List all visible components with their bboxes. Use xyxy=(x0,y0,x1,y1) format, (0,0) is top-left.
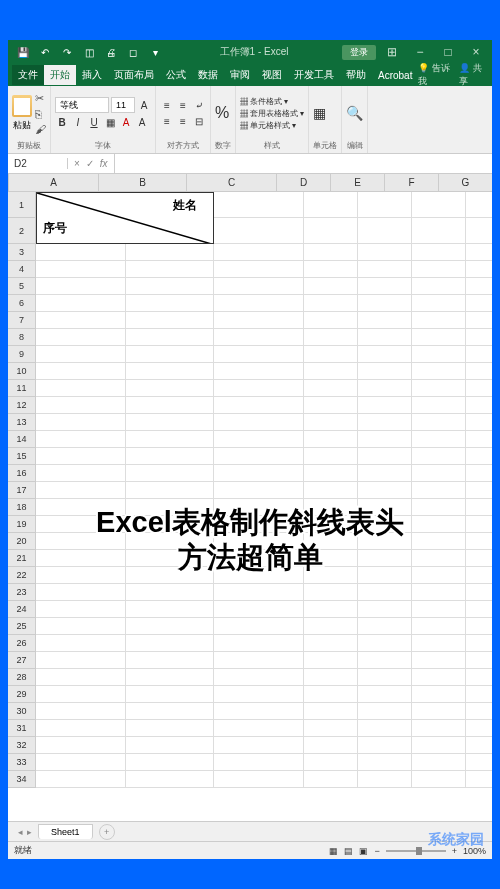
fx-icon[interactable]: fx xyxy=(100,158,108,169)
row-header[interactable]: 21 xyxy=(8,550,36,567)
row-header[interactable]: 15 xyxy=(8,448,36,465)
undo-icon[interactable]: ↶ xyxy=(38,45,52,59)
row-header[interactable]: 10 xyxy=(8,363,36,380)
cut-icon[interactable]: ✂ xyxy=(35,92,46,105)
row-header[interactable]: 20 xyxy=(8,533,36,550)
row-header[interactable]: 31 xyxy=(8,720,36,737)
view-normal-icon[interactable]: ▦ xyxy=(329,846,338,856)
paste-button[interactable]: 粘贴 xyxy=(12,95,32,132)
row-header[interactable]: 24 xyxy=(8,601,36,618)
row-header[interactable]: 12 xyxy=(8,397,36,414)
merge-icon[interactable]: ⊟ xyxy=(192,114,206,128)
col-header-D[interactable]: D xyxy=(277,174,331,191)
row-header[interactable]: 25 xyxy=(8,618,36,635)
menu-view[interactable]: 视图 xyxy=(256,65,288,85)
save-icon[interactable]: 💾 xyxy=(16,45,30,59)
align-top-icon[interactable]: ≡ xyxy=(160,98,174,112)
redo-icon[interactable]: ↷ xyxy=(60,45,74,59)
row-header[interactable]: 19 xyxy=(8,516,36,533)
row-header[interactable]: 23 xyxy=(8,584,36,601)
menu-formulas[interactable]: 公式 xyxy=(160,65,192,85)
align-center-icon[interactable]: ≡ xyxy=(176,114,190,128)
row-header[interactable]: 34 xyxy=(8,771,36,788)
row-header[interactable]: 4 xyxy=(8,261,36,278)
border-button[interactable]: ▦ xyxy=(103,115,117,129)
zoom-out-icon[interactable]: − xyxy=(374,846,379,856)
tab-nav-first-icon[interactable]: ◂ xyxy=(18,827,23,837)
font-size-combo[interactable]: 11 xyxy=(111,97,135,113)
cells-area[interactable]: 姓名 序号 xyxy=(36,192,492,788)
row-header[interactable]: 18 xyxy=(8,499,36,516)
minimize-icon[interactable]: − xyxy=(408,45,432,60)
cancel-formula-icon[interactable]: × xyxy=(74,158,80,169)
sheet-tab[interactable]: Sheet1 xyxy=(38,824,93,839)
col-header-B[interactable]: B xyxy=(99,174,187,191)
row-header[interactable]: 2 xyxy=(8,218,36,244)
row-header[interactable]: 32 xyxy=(8,737,36,754)
conditional-format-button[interactable]: ▦ 条件格式 ▾ xyxy=(240,96,304,107)
col-header-C[interactable]: C xyxy=(187,174,277,191)
row-header[interactable]: 14 xyxy=(8,431,36,448)
format-painter-icon[interactable]: 🖌 xyxy=(35,123,46,135)
menu-data[interactable]: 数据 xyxy=(192,65,224,85)
table-format-button[interactable]: ▦ 套用表格格式 ▾ xyxy=(240,108,304,119)
col-header-F[interactable]: F xyxy=(385,174,439,191)
align-mid-icon[interactable]: ≡ xyxy=(176,98,190,112)
row-header[interactable]: 3 xyxy=(8,244,36,261)
login-button[interactable]: 登录 xyxy=(342,45,376,60)
row-header[interactable]: 26 xyxy=(8,635,36,652)
menu-insert[interactable]: 插入 xyxy=(76,65,108,85)
bold-button[interactable]: B xyxy=(55,115,69,129)
qat-icon-2[interactable]: 🖨 xyxy=(104,45,118,59)
qat-icon-3[interactable]: ◻ xyxy=(126,45,140,59)
diagonal-header-cell[interactable]: 姓名 序号 xyxy=(36,192,214,244)
col-header-A[interactable]: A xyxy=(9,174,99,191)
menu-review[interactable]: 审阅 xyxy=(224,65,256,85)
menu-layout[interactable]: 页面布局 xyxy=(108,65,160,85)
row-header[interactable]: 6 xyxy=(8,295,36,312)
fill-color-button[interactable]: A xyxy=(119,115,133,129)
row-header[interactable]: 17 xyxy=(8,482,36,499)
row-header[interactable]: 27 xyxy=(8,652,36,669)
menu-acrobat[interactable]: Acrobat xyxy=(372,67,418,84)
row-header[interactable]: 11 xyxy=(8,380,36,397)
row-header[interactable]: 13 xyxy=(8,414,36,431)
cells-button[interactable]: ▦ xyxy=(313,105,326,121)
col-header-E[interactable]: E xyxy=(331,174,385,191)
font-name-combo[interactable]: 等线 xyxy=(55,97,109,113)
view-layout-icon[interactable]: ▤ xyxy=(344,846,353,856)
qat-icon-1[interactable]: ◫ xyxy=(82,45,96,59)
font-color-button[interactable]: A xyxy=(135,115,149,129)
menu-file[interactable]: 文件 xyxy=(12,65,44,85)
copy-icon[interactable]: ⎘ xyxy=(35,108,46,120)
close-icon[interactable]: × xyxy=(464,45,488,60)
tell-me[interactable]: 💡 告诉我 xyxy=(418,62,455,88)
percent-button[interactable]: % xyxy=(215,104,229,122)
menu-home[interactable]: 开始 xyxy=(44,65,76,85)
add-sheet-button[interactable]: + xyxy=(99,824,115,840)
editing-button[interactable]: 🔍 xyxy=(346,105,363,121)
row-header[interactable]: 5 xyxy=(8,278,36,295)
share-button[interactable]: 👤 共享 xyxy=(459,62,488,88)
row-header[interactable]: 1 xyxy=(8,192,36,218)
row-header[interactable]: 9 xyxy=(8,346,36,363)
qat-dropdown-icon[interactable]: ▾ xyxy=(148,45,162,59)
row-header[interactable]: 33 xyxy=(8,754,36,771)
tab-nav-last-icon[interactable]: ▸ xyxy=(27,827,32,837)
row-header[interactable]: 16 xyxy=(8,465,36,482)
row-header[interactable]: 22 xyxy=(8,567,36,584)
col-header-G[interactable]: G xyxy=(439,174,492,191)
row-header[interactable]: 30 xyxy=(8,703,36,720)
increase-font-icon[interactable]: A xyxy=(137,98,151,112)
name-box[interactable]: D2 xyxy=(8,158,68,169)
view-break-icon[interactable]: ▣ xyxy=(359,846,368,856)
row-header[interactable]: 28 xyxy=(8,669,36,686)
enter-formula-icon[interactable]: ✓ xyxy=(86,158,94,169)
italic-button[interactable]: I xyxy=(71,115,85,129)
maximize-icon[interactable]: □ xyxy=(436,45,460,60)
menu-help[interactable]: 帮助 xyxy=(340,65,372,85)
ribbon-options-icon[interactable]: ⊞ xyxy=(380,45,404,60)
zoom-slider[interactable] xyxy=(386,850,446,852)
row-header[interactable]: 8 xyxy=(8,329,36,346)
row-header[interactable]: 7 xyxy=(8,312,36,329)
